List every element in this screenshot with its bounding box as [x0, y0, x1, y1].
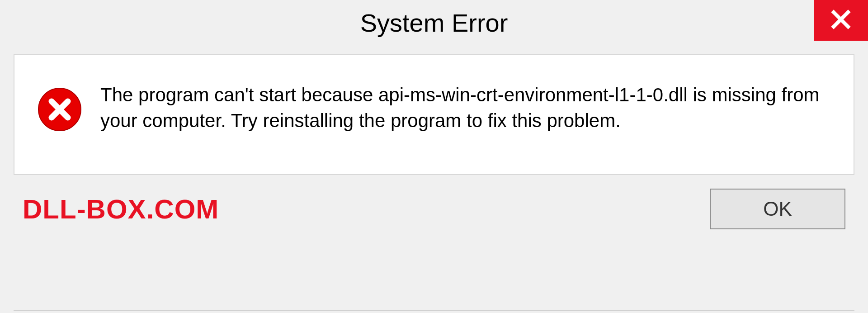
close-button[interactable]	[814, 0, 868, 41]
error-icon	[37, 87, 82, 132]
ok-button-label: OK	[763, 198, 792, 220]
window-title: System Error	[360, 8, 508, 38]
dialog-footer: DLL-BOX.COM OK	[14, 175, 854, 229]
titlebar: System Error	[0, 0, 868, 45]
error-message: The program can't start because api-ms-w…	[100, 82, 831, 133]
divider	[14, 310, 854, 311]
close-icon	[830, 9, 852, 32]
ok-button[interactable]: OK	[710, 189, 845, 229]
dialog-content: The program can't start because api-ms-w…	[14, 54, 854, 175]
watermark-text: DLL-BOX.COM	[23, 194, 219, 225]
